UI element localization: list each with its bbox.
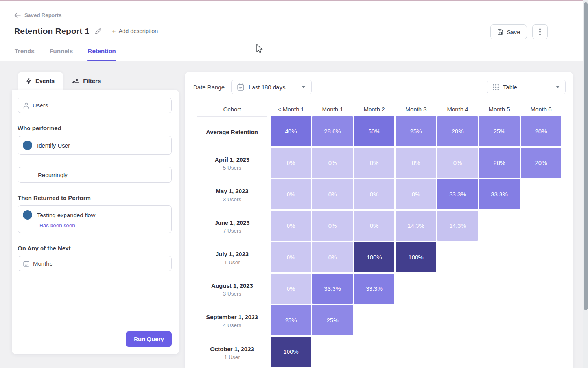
retention-cell[interactable]: 100% — [354, 242, 394, 272]
column-headers: < Month 1Month 1Month 2Month 3Month 4Mon… — [271, 106, 561, 113]
cohort-label: September 1, 20234 Users — [197, 305, 267, 337]
users-selector[interactable]: Users — [18, 98, 172, 113]
tab-retention[interactable]: Retention — [87, 41, 116, 61]
column-header: Month 1 — [312, 106, 353, 113]
back-link[interactable]: Saved Reports — [14, 12, 62, 18]
retention-cell[interactable]: 0% — [396, 148, 436, 178]
sliders-icon — [72, 78, 79, 84]
edit-title-button[interactable] — [95, 28, 101, 35]
column-header-cohort: Cohort — [197, 106, 267, 113]
more-options-button[interactable] — [532, 24, 548, 39]
back-arrow-icon — [14, 12, 21, 18]
recurringly-value: Recurringly — [38, 172, 68, 178]
chevron-down-icon — [302, 86, 306, 88]
retention-table: Cohort < Month 1Month 1Month 2Month 3Mon… — [197, 106, 573, 368]
users-selector-value: Users — [33, 102, 48, 109]
tab-filters[interactable]: Filters — [63, 72, 109, 90]
view-type-dropdown[interactable]: Table — [487, 80, 566, 94]
retention-cell[interactable]: 0% — [271, 211, 311, 241]
retention-cell[interactable]: 25% — [312, 305, 353, 335]
retention-cell[interactable]: 0% — [271, 242, 311, 272]
date-range-dropdown[interactable]: Last 180 days — [231, 80, 312, 94]
user-icon — [23, 102, 29, 109]
save-icon — [497, 29, 503, 35]
retention-cell[interactable]: 33.3% — [312, 274, 353, 304]
add-description-button[interactable]: + Add description — [112, 28, 158, 35]
report-panel: Date Range Last 180 days Table — [185, 72, 573, 368]
tab-trends[interactable]: Trends — [14, 41, 35, 61]
months-selector[interactable]: Months — [18, 256, 172, 271]
retention-cell[interactable]: 0% — [271, 274, 311, 304]
back-link-label: Saved Reports — [24, 12, 62, 18]
retention-cell[interactable]: 0% — [354, 179, 394, 209]
retention-cell[interactable]: 20% — [521, 148, 561, 178]
retention-grid: 40%28.6%50%25%20%25%20%0%0%0%0%0%20%20%0… — [271, 116, 561, 368]
date-range-value: Last 180 days — [249, 84, 285, 91]
retention-cell[interactable]: 0% — [354, 148, 394, 178]
cohort-label: October 1, 20231 User — [197, 337, 267, 368]
return-event[interactable]: Testing expanded flow Has been seen — [18, 205, 172, 233]
plus-icon: + — [112, 28, 116, 35]
chevron-down-icon — [556, 86, 560, 88]
retention-cell[interactable]: 28.6% — [312, 116, 353, 146]
add-description-label: Add description — [118, 28, 158, 34]
lightning-icon — [26, 78, 31, 84]
retention-cell[interactable]: 0% — [437, 148, 478, 178]
calendar-icon — [237, 83, 244, 91]
tab-events[interactable]: Events — [18, 72, 63, 90]
cohort-label: June 1, 20237 Users — [197, 211, 267, 242]
retention-cell[interactable]: 0% — [312, 211, 353, 241]
column-header: Month 3 — [396, 106, 436, 113]
save-button-label: Save — [507, 29, 520, 35]
column-header: Month 5 — [479, 106, 520, 113]
retention-cell[interactable]: 33.3% — [354, 274, 394, 304]
save-button[interactable]: Save — [490, 24, 527, 39]
retention-cell[interactable]: 0% — [354, 211, 394, 241]
then-returned-label: Then Returned to Perform — [18, 194, 172, 201]
cohort-label: April 1, 20235 Users — [197, 148, 267, 179]
retention-cell[interactable]: 50% — [354, 116, 394, 146]
retention-cell[interactable]: 0% — [312, 148, 353, 178]
retention-cell[interactable]: 20% — [437, 116, 478, 146]
retention-cell[interactable]: 14.3% — [396, 211, 436, 241]
retention-cell[interactable]: 20% — [521, 116, 561, 146]
view-type-value: Table — [503, 84, 517, 91]
column-header: Month 2 — [354, 106, 394, 113]
retention-cell[interactable]: 25% — [396, 116, 436, 146]
retention-cell[interactable]: 0% — [271, 148, 311, 178]
retention-cell[interactable]: 100% — [396, 242, 436, 272]
identify-user-event[interactable]: Identify User — [18, 136, 172, 155]
retention-cell[interactable]: 20% — [479, 148, 520, 178]
cohort-label: Average Retention — [197, 117, 267, 148]
event-color-dot — [23, 141, 32, 150]
date-range-label: Date Range — [193, 84, 225, 91]
retention-cell[interactable]: 0% — [312, 242, 353, 272]
run-query-button[interactable]: Run Query — [126, 331, 172, 347]
report-type-tabs: Trends Funnels Retention — [14, 41, 116, 61]
retention-cell[interactable]: 100% — [271, 337, 311, 367]
retention-cell[interactable]: 33.3% — [437, 179, 478, 209]
retention-cell[interactable]: 0% — [271, 179, 311, 209]
on-any-label: On Any of the Next — [18, 245, 172, 251]
vertical-scrollbar[interactable] — [583, 0, 588, 368]
tab-filters-label: Filters — [83, 78, 101, 84]
grid-icon — [493, 84, 499, 90]
recurringly-selector[interactable]: Recurringly — [18, 167, 172, 183]
retention-cell[interactable]: 14.3% — [437, 211, 478, 241]
calendar-icon — [23, 261, 29, 267]
tab-funnels[interactable]: Funnels — [49, 41, 73, 61]
retention-cell[interactable]: 0% — [396, 179, 436, 209]
has-been-seen-link[interactable]: Has been seen — [39, 222, 167, 228]
retention-cell[interactable]: 25% — [479, 116, 520, 146]
cohort-label: August 1, 20233 Users — [197, 274, 267, 305]
event-color-dot — [23, 210, 32, 220]
retention-cell[interactable]: 33.3% — [479, 179, 520, 209]
retention-cell[interactable]: 40% — [271, 116, 311, 146]
scrollbar-thumb[interactable] — [584, 2, 588, 310]
main-content: Events Filters Users Who performed I — [0, 61, 583, 368]
return-event-label: Testing expanded flow — [37, 212, 95, 218]
query-builder-panel: Events Filters Users Who performed I — [12, 72, 179, 354]
retention-cell[interactable]: 0% — [312, 179, 353, 209]
cohort-label: May 1, 20233 Users — [197, 179, 267, 211]
retention-cell[interactable]: 25% — [271, 305, 311, 335]
